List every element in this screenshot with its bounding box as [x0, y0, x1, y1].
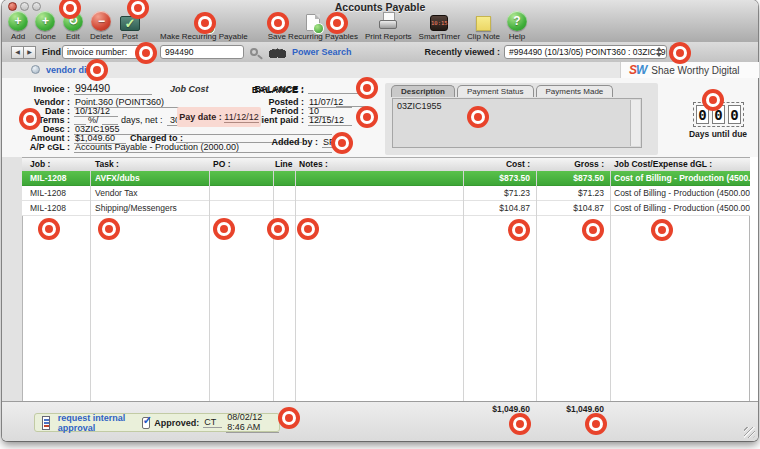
column-divider [610, 171, 611, 401]
cell-notes [295, 171, 463, 185]
column-header[interactable]: Cost : [463, 158, 536, 171]
annotation-marker [98, 218, 120, 240]
toolbar-button-clip-note[interactable]: Clip Note [465, 13, 502, 41]
annotation-marker [467, 106, 489, 128]
toolbar-label: Post [122, 32, 138, 41]
search-icon[interactable] [250, 48, 258, 56]
table-rows: MIL-1208AVFX/dubs$873.50$873.50Cost of B… [22, 171, 750, 216]
annotation-marker [669, 42, 691, 64]
scrollbar[interactable] [630, 100, 640, 146]
annotation-marker [267, 218, 289, 240]
toolbar-button-print-reports[interactable]: Print Reports [363, 11, 414, 41]
table-row[interactable]: MIL-1208Vendor Tax$71.23$71.23Cost of Bi… [22, 186, 750, 201]
column-header[interactable]: Notes : [295, 158, 463, 171]
print-reports-icon [378, 11, 398, 31]
pay-date-label: Pay date : [179, 112, 222, 122]
invoice-label: Invoice : [2, 84, 70, 94]
column-divider [273, 171, 274, 401]
toolbar-button-smarttimer[interactable]: SmartTimer [417, 12, 462, 41]
ap-cgl-label: A/P cGL : [2, 142, 70, 152]
pay-date-field[interactable]: 11/12/12 [224, 112, 258, 123]
cell-task: Vendor Tax [90, 186, 209, 200]
toolbar-label: SmartTimer [419, 32, 460, 41]
annotation-marker [267, 12, 289, 34]
screenshot: Accounts Payable AddCloneEditDeletePostM… [0, 0, 760, 449]
cell-dgl: Cost of Billing - Production (4500.00) [610, 171, 750, 185]
column-header[interactable]: Job : [22, 158, 90, 171]
toolbar-button-delete[interactable]: Delete [88, 11, 115, 41]
cell-cost: $873.50 [463, 171, 536, 185]
description-content: 03ZIC1955 [397, 101, 442, 111]
toolbar-label: Help [509, 32, 525, 41]
annotation-marker [213, 218, 235, 240]
toolbar-label: Add [11, 32, 25, 41]
select-stepper-icon [655, 47, 664, 57]
cell-line [273, 186, 295, 200]
recently-viewed-select[interactable]: #994490 (10/13/05) POINT360 : 03ZIC1955 [504, 45, 667, 59]
annotation-marker [356, 77, 378, 99]
table-row[interactable]: MIL-1208Shipping/Messengers$104.87$104.8… [22, 201, 750, 216]
approved-by-field[interactable]: CT [203, 417, 222, 428]
table-left-gutter [2, 157, 22, 401]
column-divider [536, 171, 537, 401]
find-bar: ◀ ▶ Find invoice number: 994490 Power Se… [2, 42, 758, 63]
annotation-marker [86, 59, 108, 81]
toolbar-label: Delete [90, 32, 113, 41]
toolbar-button-add[interactable]: Add [6, 11, 30, 41]
panel-tabs: DescriptionPayment StatusPayments Made [391, 85, 613, 97]
approval-strip: request internal approval Approved: CT 0… [34, 413, 280, 432]
title-toolbar: Accounts Payable AddCloneEditDeletePostM… [2, 0, 758, 43]
annotation-marker [278, 407, 300, 429]
toolbar-label: Edit [66, 32, 80, 41]
annotation-marker [356, 106, 378, 128]
column-divider [90, 171, 91, 401]
annotation-marker [585, 413, 607, 435]
delete-icon [91, 11, 111, 31]
vendor-diary-icon[interactable] [31, 65, 40, 74]
clip-note-icon [476, 16, 491, 31]
cell-po [209, 186, 273, 200]
toolbar-button-clone[interactable]: Clone [33, 11, 58, 41]
brand-logo-icon: SW [629, 63, 646, 77]
tab-payments-made[interactable]: Payments Made [536, 85, 614, 97]
find-label: Find [42, 47, 61, 57]
annotation-marker [135, 42, 157, 64]
next-record-button[interactable]: ▶ [23, 46, 36, 59]
approved-at-field[interactable]: 08/02/12 8:46 AM [226, 412, 279, 433]
column-divider [295, 171, 296, 401]
cell-line [273, 171, 295, 185]
column-header[interactable]: PO : [209, 158, 273, 171]
save-recurring-payables-icon [306, 14, 320, 31]
annotation-marker [326, 12, 348, 34]
add-icon [8, 11, 28, 31]
counter-digit: 0 [728, 105, 741, 124]
tab-description[interactable]: Description [391, 85, 455, 97]
annotation-marker [297, 218, 319, 240]
resize-grip-icon[interactable] [744, 427, 755, 438]
search-input[interactable]: 994490 [160, 45, 244, 59]
binoculars-icon[interactable] [269, 48, 286, 58]
table-header: Job :Task :PO :Line :Notes :Cost :Gross … [22, 157, 750, 172]
invoice-type-label: Job Cost [170, 84, 209, 94]
column-header[interactable]: Job Cost/Expense dGL : [610, 158, 750, 171]
tab-payment-status[interactable]: Payment Status [457, 85, 533, 97]
column-header[interactable]: Gross : [536, 158, 610, 171]
cell-gross: $71.23 [536, 186, 610, 200]
approved-checkbox[interactable] [142, 417, 151, 429]
toolbar-label: Clip Note [467, 32, 500, 41]
power-search-link[interactable]: Power Search [292, 47, 352, 57]
column-header[interactable]: Task : [90, 158, 209, 171]
column-header[interactable]: Line : [273, 158, 295, 171]
cell-dgl: Cost of Billing - Production (4500.00) [610, 186, 750, 200]
annotation-marker [194, 12, 216, 34]
table-row[interactable]: MIL-1208AVFX/dubs$873.50$873.50Cost of B… [22, 171, 750, 186]
ap-cgl-field[interactable]: Accounts Payable - Production (2000.00) [74, 142, 332, 153]
cell-gross: $873.50 [536, 171, 610, 185]
toolbar-button-help[interactable]: Help [505, 11, 529, 41]
description-textarea[interactable]: 03ZIC1955 [392, 98, 642, 148]
cell-cost: $104.87 [463, 201, 536, 215]
annotation-marker [331, 132, 353, 154]
invoice-number-field[interactable]: 994490 [74, 82, 152, 95]
request-approval-link[interactable]: request internal approval [58, 413, 128, 433]
column-divider [209, 171, 210, 401]
